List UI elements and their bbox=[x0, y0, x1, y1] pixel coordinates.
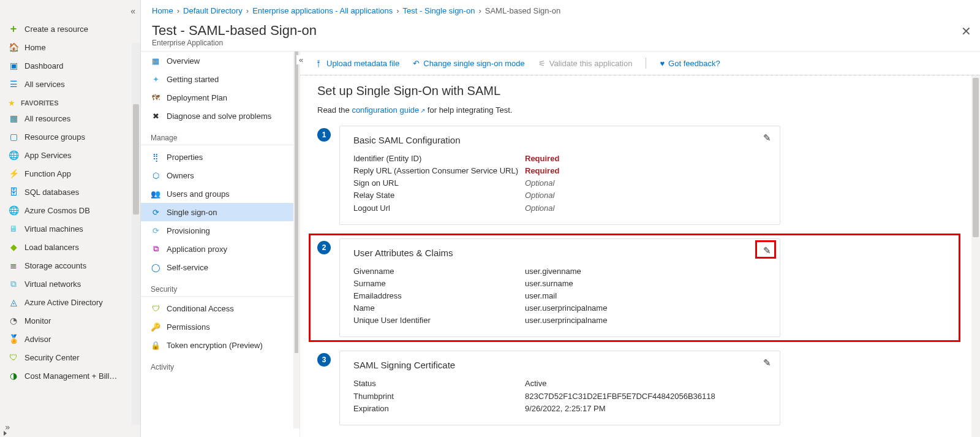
breadcrumb-item[interactable]: Test - Single sign-on bbox=[403, 6, 475, 15]
sidebar-item-label: SQL databases bbox=[24, 188, 79, 197]
upload-metadata-button[interactable]: ⭱ Upload metadata file bbox=[315, 59, 399, 68]
sidebar-item[interactable]: ◔Monitor bbox=[0, 311, 140, 330]
field-value: user.userprincipalname bbox=[525, 302, 607, 314]
sidebar-item[interactable]: ⧉Virtual networks bbox=[0, 275, 140, 293]
collapse-sidebar-icon[interactable]: « bbox=[130, 6, 135, 16]
undo-icon: ↶ bbox=[413, 59, 420, 68]
nav-item-overview[interactable]: ▦Overview bbox=[141, 51, 300, 70]
service-icon: ⧉ bbox=[9, 279, 18, 289]
sidebar-item-label: Resource groups bbox=[24, 132, 85, 142]
sidebar-item-label: Security Center bbox=[24, 353, 80, 362]
edit-pencil-icon[interactable]: ✎ bbox=[763, 357, 771, 368]
heart-icon: ♥ bbox=[660, 59, 665, 68]
step-number-badge: 1 bbox=[317, 128, 331, 142]
saml-card-1: ✎Basic SAML ConfigurationIdentifier (Ent… bbox=[339, 126, 780, 225]
nav-item-diagnose-and-solve-problems[interactable]: ✖Diagnose and solve problems bbox=[141, 107, 300, 125]
sidebar-item-label: Monitor bbox=[24, 316, 51, 325]
home-icon: 🏠 bbox=[9, 42, 18, 52]
sidebar-item[interactable]: 🌐Azure Cosmos DB bbox=[0, 201, 140, 219]
nav-item-getting-started[interactable]: ✦Getting started bbox=[141, 70, 300, 88]
edit-pencil-icon[interactable]: ✎ bbox=[763, 132, 771, 143]
nav-icon: 🔒 bbox=[151, 340, 160, 350]
sidebar-item-label: Azure Cosmos DB bbox=[24, 206, 90, 215]
nav-item-owners[interactable]: ⬡Owners bbox=[141, 166, 300, 184]
star-icon: ★ bbox=[9, 99, 15, 107]
field-label: Givenname bbox=[353, 265, 525, 278]
create-resource[interactable]: + Create a resource bbox=[0, 20, 140, 38]
collapse-midnav-icon[interactable]: « bbox=[296, 55, 306, 64]
nav-item-application-proxy[interactable]: ⧉Application proxy bbox=[141, 240, 300, 258]
saml-card-3: ✎SAML Signing CertificateStatusActiveThu… bbox=[339, 351, 780, 425]
nav-item-label: Application proxy bbox=[167, 245, 227, 254]
sidebar-item[interactable]: 🌐App Services bbox=[0, 146, 140, 164]
service-icon: 🖥 bbox=[9, 224, 18, 234]
nav-icon: ✖ bbox=[151, 111, 160, 121]
nav-icon: ⢿ bbox=[151, 152, 160, 162]
dashboard-link[interactable]: ▣ Dashboard bbox=[0, 56, 140, 75]
sidebar-item[interactable]: ▢Resource groups bbox=[0, 127, 140, 146]
nav-item-label: Diagnose and solve problems bbox=[167, 112, 271, 121]
sidebar-item[interactable]: ▦All resources bbox=[0, 109, 140, 127]
sidebar-item[interactable]: ◬Azure Active Directory bbox=[0, 293, 140, 311]
sidebar-item-label: All resources bbox=[24, 114, 70, 123]
bottom-scroll-track[interactable] bbox=[0, 430, 140, 437]
breadcrumb-item[interactable]: Default Directory bbox=[183, 6, 243, 15]
sidebar-item[interactable]: ≣Storage accounts bbox=[0, 256, 140, 275]
sidebar-scrollbar[interactable] bbox=[132, 43, 140, 425]
favorites-sidebar: « + Create a resource 🏠 Home ▣ Dashboard… bbox=[0, 0, 141, 437]
nav-item-permissions[interactable]: 🔑Permissions bbox=[141, 317, 300, 336]
nav-item-token-encryption-preview-[interactable]: 🔒Token encryption (Preview) bbox=[141, 336, 300, 354]
home-link[interactable]: 🏠 Home bbox=[0, 38, 140, 56]
config-guide-link[interactable]: configuration guide↗ bbox=[352, 105, 425, 115]
sidebar-item[interactable]: ◑Cost Management + Bill… bbox=[0, 367, 140, 385]
sidebar-item[interactable]: 🛡Security Center bbox=[0, 348, 140, 367]
nav-item-conditional-access[interactable]: 🛡Conditional Access bbox=[141, 299, 300, 317]
service-icon: 🛡 bbox=[9, 352, 18, 362]
sidebar-item[interactable]: 🗄SQL databases bbox=[0, 183, 140, 201]
midnav-scrollbar[interactable] bbox=[293, 51, 300, 428]
nav-item-single-sign-on[interactable]: ⟳Single sign-on bbox=[141, 203, 300, 221]
sidebar-item-label: Azure Active Directory bbox=[24, 298, 103, 307]
nav-item-properties[interactable]: ⢿Properties bbox=[141, 148, 300, 166]
nav-item-users-and-groups[interactable]: 👥Users and groups bbox=[141, 184, 300, 203]
all-services-link[interactable]: ☰ All services bbox=[0, 75, 140, 93]
close-icon[interactable]: ✕ bbox=[961, 24, 971, 39]
manage-section-header: Manage bbox=[141, 125, 300, 145]
sidebar-item[interactable]: ◆Load balancers bbox=[0, 238, 140, 256]
sidebar-item[interactable]: ⚡Function App bbox=[0, 164, 140, 183]
field-value: Optional bbox=[525, 189, 554, 202]
nav-icon: 🛡 bbox=[151, 303, 160, 313]
sidebar-item-label: Load balancers bbox=[24, 243, 79, 252]
content-scrollbar[interactable] bbox=[971, 75, 980, 437]
nav-item-deployment-plan[interactable]: 🗺Deployment Plan bbox=[141, 88, 300, 107]
field-value: Required bbox=[525, 165, 559, 177]
step-number-badge: 2 bbox=[317, 241, 331, 254]
nav-item-provisioning[interactable]: ⟳Provisioning bbox=[141, 221, 300, 240]
nav-item-self-service[interactable]: ◯Self-service bbox=[141, 258, 300, 276]
sidebar-item[interactable]: 🏅Advisor bbox=[0, 330, 140, 348]
card-title: SAML Signing Certificate bbox=[353, 360, 766, 370]
sidebar-item[interactable]: 🖥Virtual machines bbox=[0, 219, 140, 238]
field-label: Reply URL (Assertion Consumer Service UR… bbox=[353, 165, 525, 177]
resource-nav: ▦Overview✦Getting started🗺Deployment Pla… bbox=[141, 51, 300, 437]
service-icon: ◆ bbox=[9, 242, 18, 252]
edit-pencil-icon[interactable]: ✎ bbox=[763, 245, 771, 256]
breadcrumb: Home›Default Directory›Enterprise applic… bbox=[141, 0, 980, 21]
expand-bottom-icon[interactable]: » bbox=[5, 422, 10, 432]
sidebar-item-label: Virtual machines bbox=[24, 224, 83, 234]
content-heading: Set up Single Sign-On with SAML bbox=[317, 84, 958, 98]
breadcrumb-item[interactable]: Enterprise applications - All applicatio… bbox=[252, 6, 393, 15]
field-value: Required bbox=[525, 153, 559, 165]
sidebar-item-label: Cost Management + Bill… bbox=[24, 371, 117, 381]
breadcrumb-item[interactable]: Home bbox=[152, 6, 173, 15]
nav-item-label: Deployment Plan bbox=[167, 93, 227, 102]
field-value: user.surname bbox=[525, 278, 573, 290]
feedback-button[interactable]: ♥ Got feedback? bbox=[660, 59, 720, 68]
field-label: Thumbprint bbox=[353, 390, 525, 403]
nav-item-label: Conditional Access bbox=[167, 304, 234, 313]
change-sso-mode-button[interactable]: ↶ Change single sign-on mode bbox=[413, 59, 525, 68]
nav-icon: ◯ bbox=[151, 262, 160, 272]
nav-item-label: Provisioning bbox=[167, 226, 210, 235]
service-icon: ◑ bbox=[9, 371, 18, 381]
field-label: Emailaddress bbox=[353, 290, 525, 302]
